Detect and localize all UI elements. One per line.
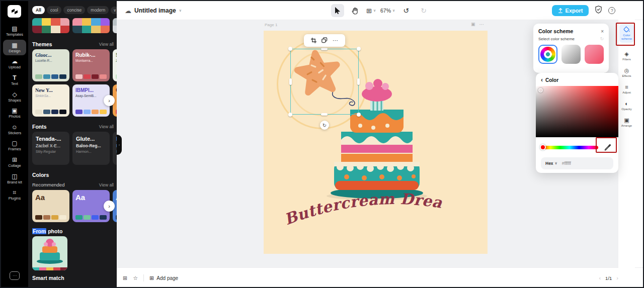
panel-collapse-handle[interactable]: ‹: [117, 135, 122, 155]
selection-handle-n[interactable]: [321, 48, 328, 50]
sidebar-item-collage[interactable]: ⊞Collage: [3, 154, 26, 170]
export-button[interactable]: Export: [552, 5, 589, 16]
selection-handle-sw[interactable]: [288, 113, 292, 117]
palette-card[interactable]: [113, 18, 117, 33]
rail-item-filters[interactable]: ◈Filters: [619, 49, 634, 63]
fonts-view-all[interactable]: View all: [99, 124, 114, 129]
hex-value[interactable]: #ffffff: [562, 161, 571, 166]
sidebar-item-photos[interactable]: ▣Photos: [3, 105, 26, 121]
logo-icon: [11, 8, 19, 15]
sidebar-item-design[interactable]: ▦Design: [3, 40, 26, 56]
chevron-down-icon[interactable]: ∨: [179, 9, 182, 13]
color-card[interactable]: Aa: [32, 190, 69, 222]
prev-page-icon[interactable]: ‹: [599, 275, 601, 281]
colors-view-all[interactable]: View all: [99, 182, 114, 187]
select-tool-button[interactable]: [331, 4, 344, 17]
selection-handle-s[interactable]: [321, 113, 328, 116]
sidebar-item-stickers[interactable]: ☺Stickers: [3, 122, 26, 138]
font-card[interactable]: Rub M... Monts...: [113, 132, 117, 165]
filter-chip-all[interactable]: All: [32, 6, 45, 14]
page-indicator: 1/1: [605, 275, 612, 281]
redo-button[interactable]: ↻: [417, 4, 430, 17]
shield-check-icon[interactable]: [595, 6, 602, 16]
arrange-icon: ▣: [624, 118, 629, 123]
sidebar-item-label: Brand kit: [7, 180, 22, 185]
saturation-marker[interactable]: [538, 88, 543, 92]
hand-icon: [352, 7, 359, 15]
font-card[interactable]: Glute... Baloo-Reg... Harmon...: [72, 132, 110, 165]
capcut-logo[interactable]: [8, 5, 21, 18]
hand-tool-button[interactable]: [349, 4, 362, 17]
selection-handle-e[interactable]: [357, 78, 360, 85]
palette-card[interactable]: [32, 18, 69, 33]
eyedropper-button[interactable]: [602, 142, 613, 153]
sidebar-item-text[interactable]: TText: [3, 72, 26, 88]
sidebar-item-shapes[interactable]: ◇Shapes: [3, 89, 26, 105]
from-photo-card[interactable]: [32, 236, 67, 270]
color-card-sample: Aa: [116, 193, 117, 202]
gray-scheme-swatch[interactable]: [561, 45, 581, 64]
hex-label: Hex: [545, 161, 553, 166]
chevron-down-icon[interactable]: ∨: [555, 161, 557, 165]
pages-grid-icon[interactable]: ⊞: [123, 275, 127, 281]
close-icon[interactable]: ×: [601, 29, 604, 34]
rotate-handle[interactable]: ↻: [320, 121, 329, 130]
undo-button[interactable]: ↺: [399, 4, 413, 17]
help-icon[interactable]: ?: [608, 7, 615, 14]
font-card[interactable]: Tenada-... Zacbel X-E... Stily-Regular: [32, 132, 69, 165]
sidebar-item-plugins[interactable]: ⌗Plugins: [3, 187, 26, 203]
rail-item-label: Color scheme: [619, 34, 634, 41]
selection-handle-ne[interactable]: [357, 47, 361, 51]
add-page-label: Add page: [156, 275, 178, 281]
more-options-icon[interactable]: ⋯: [333, 38, 338, 43]
caption-text[interactable]: Buttercream Dream: [281, 186, 447, 236]
themes-next-button[interactable]: ›: [104, 95, 115, 106]
theme-name: Rubik-...: [75, 52, 107, 58]
templates-icon: ▤: [12, 26, 17, 32]
favorite-icon[interactable]: ☆: [133, 275, 138, 281]
hue-slider[interactable]: [541, 146, 598, 149]
selection-box[interactable]: [290, 49, 359, 115]
rail-item-opacity[interactable]: ◐Opacity: [619, 99, 634, 113]
rail-item-arrange[interactable]: ▣Arrange: [619, 116, 634, 130]
document-title[interactable]: Untitled image: [134, 7, 176, 14]
resize-tool-button[interactable]: ⊞∨: [366, 4, 376, 17]
filter-chip-cool[interactable]: cool: [47, 6, 62, 14]
back-icon[interactable]: ‹: [541, 76, 543, 83]
saturation-picker[interactable]: [536, 86, 618, 137]
support-icon[interactable]: ⋯: [10, 271, 20, 280]
selection-handle-se[interactable]: [357, 113, 361, 117]
selection-handle-nw[interactable]: [288, 47, 292, 51]
palette-card[interactable]: [72, 18, 110, 33]
duplicate-icon[interactable]: [321, 36, 328, 45]
theme-card[interactable]: New Y... SinkinSa...: [32, 84, 69, 117]
sidebar-item-templates[interactable]: ▤Templates: [3, 23, 26, 39]
crop-icon[interactable]: [311, 36, 316, 45]
themes-view-all[interactable]: View all: [99, 42, 114, 47]
selection-handle-w[interactable]: [289, 78, 292, 85]
theme-card[interactable]: Spli ZY: [113, 49, 117, 81]
rail-item-adjust[interactable]: ≡Adjust: [619, 82, 634, 97]
colors-next-button[interactable]: ›: [104, 201, 115, 212]
pink-scheme-swatch[interactable]: [585, 45, 604, 64]
more-options-icon[interactable]: ⋯: [479, 22, 485, 27]
page-options-icon[interactable]: ▣: [471, 22, 475, 27]
theme-card[interactable]: Glooc... Lucette-R...: [32, 49, 69, 81]
color-wheel-swatch[interactable]: [538, 45, 557, 64]
chevron-down-icon[interactable]: ∨: [111, 7, 117, 14]
filter-chip-modern[interactable]: modern: [87, 6, 109, 14]
theme-card[interactable]: Rubik-... Montserra...: [72, 49, 110, 81]
zoom-control[interactable]: 67%∨: [380, 4, 395, 17]
filter-chip-concise[interactable]: concise: [63, 6, 85, 14]
sidebar-item-frames[interactable]: ▢Frames: [3, 138, 26, 154]
add-page-button[interactable]: ⊞ Add page: [149, 275, 178, 281]
sidebar-item-brand-kit[interactable]: ◫Brand kit: [3, 171, 26, 187]
hex-input[interactable]: Hex∨ #ffffff: [541, 157, 613, 169]
reset-icon[interactable]: ↻: [600, 36, 604, 41]
hue-marker[interactable]: [540, 144, 546, 150]
cursor-icon: [335, 7, 341, 14]
redo-icon: ↻: [421, 7, 427, 15]
rail-item-effects[interactable]: ◎Effects: [619, 66, 634, 80]
rail-item-color-scheme[interactable]: Color scheme: [619, 24, 634, 43]
sidebar-item-upload[interactable]: ☁Upload: [3, 56, 26, 72]
